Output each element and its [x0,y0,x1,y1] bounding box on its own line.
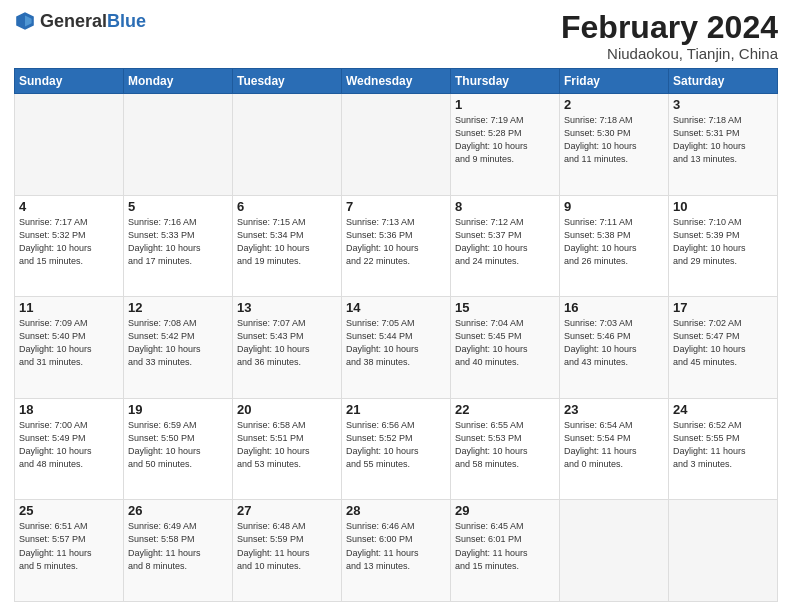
calendar-day: 8Sunrise: 7:12 AM Sunset: 5:37 PM Daylig… [451,195,560,297]
day-info: Sunrise: 7:16 AM Sunset: 5:33 PM Dayligh… [128,216,228,268]
calendar-day: 27Sunrise: 6:48 AM Sunset: 5:59 PM Dayli… [233,500,342,602]
day-number: 24 [673,402,773,417]
calendar-day-empty [124,94,233,196]
day-info: Sunrise: 7:05 AM Sunset: 5:44 PM Dayligh… [346,317,446,369]
day-header: Wednesday [342,69,451,94]
calendar-day: 20Sunrise: 6:58 AM Sunset: 5:51 PM Dayli… [233,398,342,500]
day-header: Thursday [451,69,560,94]
day-info: Sunrise: 7:19 AM Sunset: 5:28 PM Dayligh… [455,114,555,166]
calendar-day-empty [669,500,778,602]
day-info: Sunrise: 6:45 AM Sunset: 6:01 PM Dayligh… [455,520,555,572]
calendar-day: 22Sunrise: 6:55 AM Sunset: 5:53 PM Dayli… [451,398,560,500]
day-info: Sunrise: 7:00 AM Sunset: 5:49 PM Dayligh… [19,419,119,471]
day-info: Sunrise: 7:08 AM Sunset: 5:42 PM Dayligh… [128,317,228,369]
calendar-day-empty [560,500,669,602]
calendar-day-empty [233,94,342,196]
day-number: 20 [237,402,337,417]
calendar-day-empty [15,94,124,196]
day-number: 14 [346,300,446,315]
calendar-day: 11Sunrise: 7:09 AM Sunset: 5:40 PM Dayli… [15,297,124,399]
day-info: Sunrise: 7:18 AM Sunset: 5:31 PM Dayligh… [673,114,773,166]
day-info: Sunrise: 7:15 AM Sunset: 5:34 PM Dayligh… [237,216,337,268]
day-header: Tuesday [233,69,342,94]
subtitle: Niudaokou, Tianjin, China [561,45,778,62]
calendar-day: 10Sunrise: 7:10 AM Sunset: 5:39 PM Dayli… [669,195,778,297]
day-number: 16 [564,300,664,315]
day-number: 11 [19,300,119,315]
day-number: 25 [19,503,119,518]
day-info: Sunrise: 7:09 AM Sunset: 5:40 PM Dayligh… [19,317,119,369]
calendar-day: 28Sunrise: 6:46 AM Sunset: 6:00 PM Dayli… [342,500,451,602]
day-info: Sunrise: 7:12 AM Sunset: 5:37 PM Dayligh… [455,216,555,268]
calendar-day-empty [342,94,451,196]
day-number: 8 [455,199,555,214]
day-info: Sunrise: 7:04 AM Sunset: 5:45 PM Dayligh… [455,317,555,369]
day-number: 13 [237,300,337,315]
day-info: Sunrise: 7:10 AM Sunset: 5:39 PM Dayligh… [673,216,773,268]
day-number: 29 [455,503,555,518]
day-info: Sunrise: 6:58 AM Sunset: 5:51 PM Dayligh… [237,419,337,471]
calendar-day: 25Sunrise: 6:51 AM Sunset: 5:57 PM Dayli… [15,500,124,602]
calendar-day: 6Sunrise: 7:15 AM Sunset: 5:34 PM Daylig… [233,195,342,297]
day-info: Sunrise: 6:49 AM Sunset: 5:58 PM Dayligh… [128,520,228,572]
page: GeneralBlue February 2024 Niudaokou, Tia… [0,0,792,612]
day-info: Sunrise: 7:07 AM Sunset: 5:43 PM Dayligh… [237,317,337,369]
day-number: 4 [19,199,119,214]
logo-icon [14,10,36,32]
calendar-day: 13Sunrise: 7:07 AM Sunset: 5:43 PM Dayli… [233,297,342,399]
month-title: February 2024 [561,10,778,45]
day-number: 3 [673,97,773,112]
calendar-week-row: 25Sunrise: 6:51 AM Sunset: 5:57 PM Dayli… [15,500,778,602]
day-number: 22 [455,402,555,417]
calendar-day: 29Sunrise: 6:45 AM Sunset: 6:01 PM Dayli… [451,500,560,602]
calendar-week-row: 1Sunrise: 7:19 AM Sunset: 5:28 PM Daylig… [15,94,778,196]
calendar-day: 4Sunrise: 7:17 AM Sunset: 5:32 PM Daylig… [15,195,124,297]
calendar-day: 14Sunrise: 7:05 AM Sunset: 5:44 PM Dayli… [342,297,451,399]
calendar-week-row: 18Sunrise: 7:00 AM Sunset: 5:49 PM Dayli… [15,398,778,500]
day-number: 1 [455,97,555,112]
calendar-day: 19Sunrise: 6:59 AM Sunset: 5:50 PM Dayli… [124,398,233,500]
calendar-day: 21Sunrise: 6:56 AM Sunset: 5:52 PM Dayli… [342,398,451,500]
day-info: Sunrise: 7:18 AM Sunset: 5:30 PM Dayligh… [564,114,664,166]
logo-text: GeneralBlue [40,12,146,31]
calendar-week-row: 11Sunrise: 7:09 AM Sunset: 5:40 PM Dayli… [15,297,778,399]
day-number: 15 [455,300,555,315]
day-number: 2 [564,97,664,112]
title-block: February 2024 Niudaokou, Tianjin, China [561,10,778,62]
day-number: 21 [346,402,446,417]
day-number: 27 [237,503,337,518]
calendar-day: 1Sunrise: 7:19 AM Sunset: 5:28 PM Daylig… [451,94,560,196]
calendar-day: 26Sunrise: 6:49 AM Sunset: 5:58 PM Dayli… [124,500,233,602]
day-number: 28 [346,503,446,518]
day-info: Sunrise: 6:55 AM Sunset: 5:53 PM Dayligh… [455,419,555,471]
calendar-day: 15Sunrise: 7:04 AM Sunset: 5:45 PM Dayli… [451,297,560,399]
calendar-day: 24Sunrise: 6:52 AM Sunset: 5:55 PM Dayli… [669,398,778,500]
header: GeneralBlue February 2024 Niudaokou, Tia… [14,10,778,62]
calendar-day: 9Sunrise: 7:11 AM Sunset: 5:38 PM Daylig… [560,195,669,297]
calendar-day: 2Sunrise: 7:18 AM Sunset: 5:30 PM Daylig… [560,94,669,196]
calendar-week-row: 4Sunrise: 7:17 AM Sunset: 5:32 PM Daylig… [15,195,778,297]
day-header: Friday [560,69,669,94]
day-header: Monday [124,69,233,94]
day-number: 6 [237,199,337,214]
calendar-day: 3Sunrise: 7:18 AM Sunset: 5:31 PM Daylig… [669,94,778,196]
day-info: Sunrise: 6:48 AM Sunset: 5:59 PM Dayligh… [237,520,337,572]
day-info: Sunrise: 7:03 AM Sunset: 5:46 PM Dayligh… [564,317,664,369]
day-info: Sunrise: 7:02 AM Sunset: 5:47 PM Dayligh… [673,317,773,369]
day-info: Sunrise: 6:56 AM Sunset: 5:52 PM Dayligh… [346,419,446,471]
day-info: Sunrise: 6:52 AM Sunset: 5:55 PM Dayligh… [673,419,773,471]
day-info: Sunrise: 6:59 AM Sunset: 5:50 PM Dayligh… [128,419,228,471]
calendar-day: 17Sunrise: 7:02 AM Sunset: 5:47 PM Dayli… [669,297,778,399]
day-number: 5 [128,199,228,214]
calendar-day: 18Sunrise: 7:00 AM Sunset: 5:49 PM Dayli… [15,398,124,500]
logo: GeneralBlue [14,10,146,32]
day-info: Sunrise: 7:17 AM Sunset: 5:32 PM Dayligh… [19,216,119,268]
day-info: Sunrise: 6:46 AM Sunset: 6:00 PM Dayligh… [346,520,446,572]
day-info: Sunrise: 6:54 AM Sunset: 5:54 PM Dayligh… [564,419,664,471]
day-number: 19 [128,402,228,417]
calendar-day: 16Sunrise: 7:03 AM Sunset: 5:46 PM Dayli… [560,297,669,399]
day-number: 23 [564,402,664,417]
day-number: 18 [19,402,119,417]
day-number: 26 [128,503,228,518]
day-number: 12 [128,300,228,315]
